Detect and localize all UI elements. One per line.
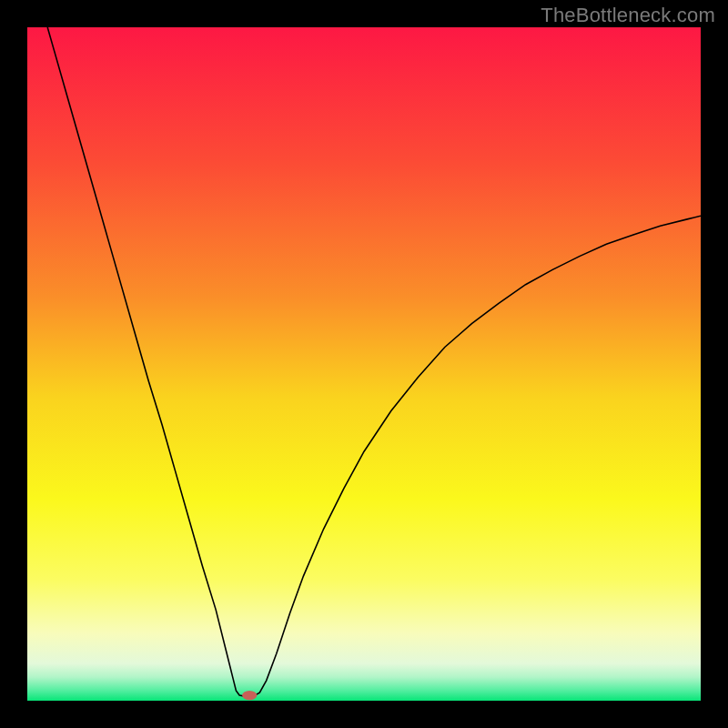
plot-background <box>27 27 701 701</box>
chart-frame: TheBottleneck.com <box>0 0 728 728</box>
bottleneck-chart <box>27 27 701 701</box>
watermark-text: TheBottleneck.com <box>541 4 715 27</box>
optimal-point-marker <box>242 691 257 700</box>
